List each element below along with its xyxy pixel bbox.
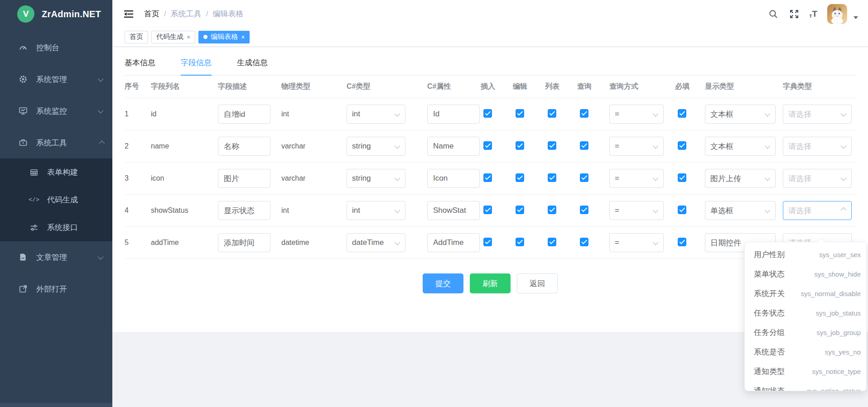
- code-icon: </>: [29, 196, 39, 205]
- query-type-select[interactable]: =: [609, 169, 664, 188]
- close-icon[interactable]: ×: [187, 34, 190, 41]
- chevron-down-icon: [653, 110, 659, 116]
- tag-code-generator[interactable]: 代码生成 ×: [151, 31, 195, 43]
- query-checkbox[interactable]: [580, 238, 588, 246]
- cs-attr-input[interactable]: [427, 137, 480, 156]
- cs-attr-input[interactable]: [427, 169, 480, 188]
- query-type-select[interactable]: =: [609, 105, 664, 124]
- list-checkbox[interactable]: [548, 238, 556, 246]
- cs-type-select[interactable]: string: [347, 137, 405, 156]
- cs-type-select[interactable]: int: [347, 105, 405, 124]
- column-name: id: [151, 110, 218, 118]
- navbar-actions: тT: [768, 4, 858, 24]
- cs-attr-input[interactable]: [427, 201, 480, 220]
- sidebar-item-external-link[interactable]: 外部打开: [0, 273, 112, 305]
- tag-edit-table[interactable]: 编辑表格 ×: [198, 31, 250, 43]
- insert-checkbox[interactable]: [483, 141, 492, 150]
- tab-field-info[interactable]: 字段信息: [181, 57, 212, 76]
- cs-type-select[interactable]: string: [347, 169, 405, 188]
- sidebar-item-system-admin[interactable]: 系统管理: [0, 63, 112, 95]
- dict-type-select[interactable]: 请选择: [783, 105, 852, 124]
- field-desc-input[interactable]: [218, 169, 270, 188]
- user-menu-caret-icon[interactable]: [854, 16, 858, 19]
- cs-attr-input[interactable]: [427, 105, 480, 124]
- required-checkbox[interactable]: [678, 238, 686, 246]
- edit-checkbox[interactable]: [516, 141, 524, 150]
- list-checkbox[interactable]: [548, 141, 556, 150]
- dropdown-option[interactable]: 通知类型sys_notice_type: [745, 362, 866, 381]
- dict-type-select[interactable]: 请选择: [783, 169, 852, 188]
- sidebar-item-system-api[interactable]: 系统接口: [0, 214, 112, 241]
- sidebar-item-dashboard[interactable]: 控制台: [0, 32, 112, 63]
- required-checkbox[interactable]: [678, 173, 686, 182]
- breadcrumb-home[interactable]: 首页: [144, 9, 159, 19]
- dropdown-option[interactable]: 用户性别sys_user_sex: [745, 245, 866, 264]
- field-desc-input[interactable]: [218, 105, 270, 124]
- sidebar-item-article-admin[interactable]: 文章管理: [0, 241, 112, 273]
- column-name: addTime: [151, 239, 218, 247]
- document-icon: [18, 253, 28, 262]
- query-checkbox[interactable]: [580, 141, 588, 150]
- query-checkbox[interactable]: [580, 173, 588, 182]
- dropdown-option[interactable]: 系统开关sys_normal_disable: [745, 284, 866, 303]
- db-type: int: [281, 206, 347, 215]
- tag-home[interactable]: 首页: [125, 31, 148, 43]
- dropdown-option[interactable]: 系统是否sys_yes_no: [745, 342, 866, 362]
- list-checkbox[interactable]: [548, 206, 556, 214]
- fullscreen-icon[interactable]: [789, 9, 800, 19]
- query-checkbox[interactable]: [580, 206, 588, 214]
- sidebar-item-form-builder[interactable]: 表单构建: [0, 158, 112, 186]
- sidebar-item-code-generator[interactable]: </> 代码生成: [0, 186, 112, 214]
- required-checkbox[interactable]: [678, 109, 686, 118]
- breadcrumb-section[interactable]: 系统工具: [171, 9, 202, 19]
- back-button[interactable]: 返回: [517, 273, 558, 293]
- dict-type-select[interactable]: 请选择: [783, 137, 852, 156]
- edit-checkbox[interactable]: [516, 206, 524, 214]
- query-checkbox[interactable]: [580, 109, 588, 118]
- close-icon[interactable]: ×: [241, 34, 245, 41]
- dropdown-option[interactable]: 菜单状态sys_show_hide: [745, 264, 866, 284]
- insert-checkbox[interactable]: [483, 206, 492, 214]
- app-logo[interactable]: V ZrAdmin.NET: [0, 0, 112, 28]
- edit-checkbox[interactable]: [516, 238, 524, 246]
- search-icon[interactable]: [768, 9, 779, 19]
- sidebar-item-label: 文章管理: [36, 252, 99, 263]
- display-type-select[interactable]: 文本框: [705, 105, 776, 124]
- dropdown-option[interactable]: 任务状态sys_job_status: [745, 303, 866, 323]
- edit-checkbox[interactable]: [516, 173, 524, 182]
- display-type-select[interactable]: 单选框: [705, 201, 776, 220]
- refresh-button[interactable]: 刷新: [470, 273, 511, 293]
- field-desc-input[interactable]: [218, 201, 270, 220]
- edit-checkbox[interactable]: [516, 109, 524, 118]
- dict-type-select-open[interactable]: 请选择: [783, 201, 852, 220]
- chevron-down-icon: [395, 175, 400, 181]
- sidebar-item-system-monitor[interactable]: 系统监控: [0, 95, 112, 127]
- required-checkbox[interactable]: [678, 206, 686, 214]
- field-desc-input[interactable]: [218, 137, 270, 156]
- cs-type-select[interactable]: dateTime: [347, 233, 405, 252]
- list-checkbox[interactable]: [548, 173, 556, 182]
- query-type-select[interactable]: =: [609, 233, 664, 252]
- avatar[interactable]: [827, 4, 847, 24]
- list-checkbox[interactable]: [548, 109, 556, 118]
- query-type-select[interactable]: =: [609, 137, 664, 156]
- insert-checkbox[interactable]: [483, 173, 492, 182]
- sidebar-toggle-icon[interactable]: [123, 9, 134, 19]
- tab-generate-info[interactable]: 生成信息: [237, 57, 268, 76]
- form-tabs: 基本信息 字段信息 生成信息: [125, 57, 856, 76]
- insert-checkbox[interactable]: [483, 238, 492, 246]
- font-size-icon[interactable]: тT: [810, 9, 818, 19]
- field-desc-input[interactable]: [218, 233, 270, 252]
- query-type-select[interactable]: =: [609, 201, 664, 220]
- submit-button[interactable]: 提交: [423, 273, 463, 293]
- cs-type-select[interactable]: int: [347, 201, 405, 220]
- display-type-select[interactable]: 文本框: [705, 137, 776, 156]
- tab-basic-info[interactable]: 基本信息: [125, 57, 155, 76]
- dropdown-option[interactable]: 通知状态sys_notice_status: [745, 381, 866, 391]
- insert-checkbox[interactable]: [483, 109, 492, 118]
- required-checkbox[interactable]: [678, 141, 686, 150]
- display-type-select[interactable]: 图片上传: [705, 169, 776, 188]
- cs-attr-input[interactable]: [427, 233, 480, 252]
- dropdown-option[interactable]: 任务分组sys_job_group: [745, 323, 866, 342]
- sidebar-item-system-tools[interactable]: 系统工具: [0, 127, 112, 158]
